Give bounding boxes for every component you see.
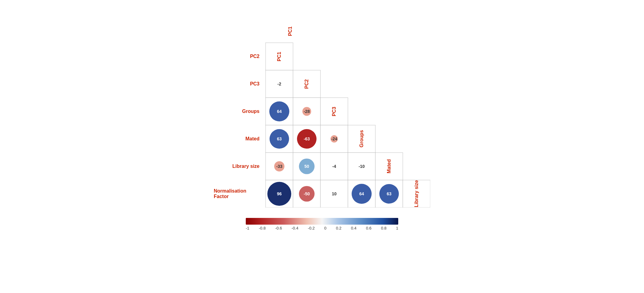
svg-text:-2: -2: [277, 81, 281, 86]
colorbar-tick-label: -1: [246, 226, 249, 230]
svg-text:63: 63: [387, 191, 392, 196]
svg-text:10: 10: [332, 191, 337, 196]
svg-text:-4: -4: [332, 164, 336, 169]
colorbar-tick-label: -0.6: [275, 226, 282, 230]
row-label: Groups: [214, 98, 263, 125]
row-label: PC2: [214, 43, 263, 70]
colorbar-tick-label: 0.4: [351, 226, 356, 230]
colorbar-container: -1-0.8-0.6-0.4-0.200.20.40.60.81: [246, 218, 398, 230]
matrix-area: -264-2863-63-24-3350-4-1096-50106463PC2P…: [214, 18, 430, 209]
svg-text:50: 50: [304, 164, 309, 169]
diagonal-label: PC3: [320, 98, 348, 125]
svg-text:96: 96: [277, 191, 282, 196]
svg-text:-10: -10: [359, 164, 365, 169]
svg-text:-50: -50: [304, 191, 310, 196]
colorbar-tick-label: -0.8: [259, 226, 266, 230]
colorbar-labels: -1-0.8-0.6-0.4-0.200.20.40.60.81: [246, 226, 398, 230]
diagonal-label: PC1: [266, 43, 293, 70]
svg-text:64: 64: [359, 191, 364, 196]
colorbar-tick-label: 1: [396, 226, 398, 230]
diagonal-label: Library size: [403, 180, 430, 208]
svg-text:63: 63: [277, 136, 282, 141]
diagonal-label: Mated: [375, 153, 403, 180]
row-label: Library size: [214, 153, 263, 180]
colorbar-tick-label: 0.2: [336, 226, 342, 230]
svg-text:-24: -24: [331, 136, 337, 141]
diagonal-label: Groups: [348, 125, 375, 153]
colorbar: [246, 218, 398, 225]
colorbar-tick-label: 0.6: [366, 226, 371, 230]
diagonal-label: PC2: [293, 70, 320, 98]
colorbar-tick-label: 0.8: [381, 226, 386, 230]
row-label: Mated: [214, 125, 263, 153]
row-label: PC3: [214, 70, 263, 98]
svg-text:64: 64: [277, 109, 282, 114]
colorbar-tick-label: 0: [324, 226, 326, 230]
col-header-pc1: PC1: [266, 18, 293, 43]
row-label: Normalisation Factor: [214, 180, 263, 208]
colorbar-tick-label: -0.2: [308, 226, 315, 230]
svg-text:-63: -63: [304, 136, 310, 141]
svg-text:-28: -28: [304, 109, 310, 114]
chart-container: -264-2863-63-24-3350-4-1096-50106463PC2P…: [185, 12, 459, 281]
colorbar-tick-label: -0.4: [292, 226, 298, 230]
svg-text:-33: -33: [276, 164, 282, 169]
